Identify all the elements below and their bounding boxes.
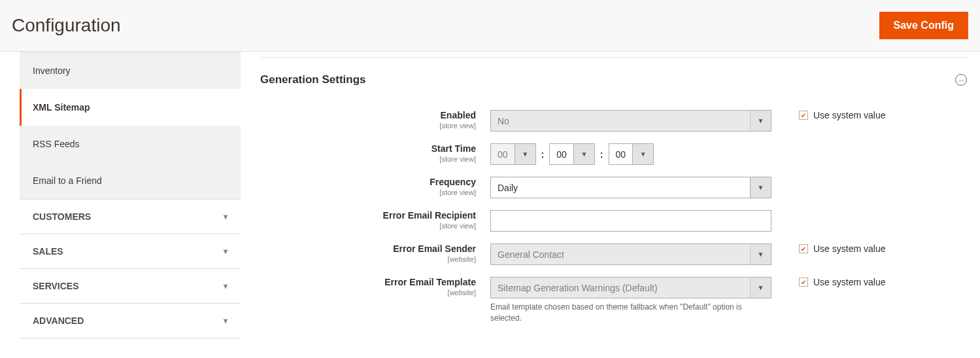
sidebar: Inventory XML Sitemap RSS Feeds Email to… [20,52,241,338]
chevron-down-icon: ▾ [224,281,228,291]
chevron-down-icon: ▾ [224,316,228,325]
section-title: Generation Settings [260,73,366,86]
select-value: 00 [550,149,573,160]
field-control: 00 ▼ : 00 ▼ : 00 ▼ [490,143,771,165]
sidebar-item-label: Email to a Friend [33,175,102,186]
field-scope: [store view] [260,222,476,231]
chevron-down-icon: ▼ [750,177,771,198]
field-control: No ▼ [490,110,771,132]
page-header: Configuration Save Config [0,0,980,52]
collapse-icon[interactable]: ︿ [955,74,967,86]
field-frequency: Frequency [store view] Daily ▼ [260,177,967,198]
field-control: Daily ▼ [490,177,771,198]
frequency-select[interactable]: Daily ▼ [490,177,771,198]
field-label: Frequency [260,177,476,188]
field-error-email-recipient: Error Email Recipient [store view] [260,210,967,232]
select-value: 00 [609,149,633,160]
field-label-wrap: Error Email Template [website] [260,277,490,297]
sidebar-group-sales[interactable]: SALES ▾ [20,234,241,268]
field-error-email-template: Error Email Template [website] Sitemap G… [260,277,967,325]
sidebar-group-customers[interactable]: CUSTOMERS ▾ [20,199,241,234]
sidebar-group-label: SERVICES [33,281,79,291]
time-separator: : [541,149,545,160]
sidebar-group-services[interactable]: SERVICES ▾ [20,268,241,303]
field-control [490,210,771,232]
select-value: Daily [498,183,518,193]
field-label-wrap: Enabled [store view] [260,110,490,130]
sidebar-item-xml-sitemap[interactable]: XML Sitemap [20,89,241,126]
chevron-down-icon: ▼ [632,144,653,164]
use-system-value-sender[interactable]: ✔ Use system value [799,243,885,254]
sidebar-item-label: Inventory [33,65,71,76]
select-value: 00 [491,149,515,160]
field-enabled: Enabled [store view] No ▼ ✔ Use system v… [260,110,967,132]
section-header[interactable]: Generation Settings ︿ [260,57,967,92]
use-system-label: Use system value [813,243,885,254]
sidebar-group-label: CUSTOMERS [33,211,91,222]
use-system-label: Use system value [813,110,885,120]
chevron-down-icon: ▼ [515,144,535,164]
chevron-down-icon: ▼ [750,111,771,131]
field-label: Error Email Sender [260,243,476,255]
chevron-down-icon: ▼ [750,277,771,298]
checkbox-icon[interactable]: ✔ [799,111,808,120]
field-scope: [store view] [260,188,476,198]
help-text: Email template chosen based on theme fal… [490,302,771,325]
field-label-wrap: Error Email Sender [website] [260,243,490,264]
checkbox-icon[interactable]: ✔ [799,244,808,253]
use-system-value-template[interactable]: ✔ Use system value [799,277,885,287]
save-config-button[interactable]: Save Config [879,12,968,39]
sidebar-item-label: XML Sitemap [33,102,90,113]
use-system-value-enabled[interactable]: ✔ Use system value [799,110,885,120]
select-value: No [498,116,509,126]
start-time-hh-select[interactable]: 00 ▼ [490,143,536,165]
field-scope: [website] [260,255,476,264]
field-label: Error Email Recipient [260,210,476,222]
sidebar-item-label: RSS Feeds [33,139,80,149]
sidebar-item-inventory[interactable]: Inventory [20,52,241,89]
chevron-down-icon: ▼ [573,144,594,164]
field-error-email-sender: Error Email Sender [website] General Con… [260,243,967,265]
select-value: General Contact [498,249,564,260]
field-scope: [store view] [260,155,476,164]
sidebar-group-label: ADVANCED [33,315,84,326]
select-value: Sitemap Generation Warnings (Default) [498,283,658,293]
field-label-wrap: Start Time [store view] [260,143,490,164]
checkbox-icon[interactable]: ✔ [799,277,808,287]
chevron-down-icon: ▾ [224,247,228,256]
main-content: Inventory XML Sitemap RSS Feeds Email to… [0,52,980,338]
start-time-ss-select[interactable]: 00 ▼ [609,143,654,165]
time-separator: : [600,149,603,160]
error-email-sender-select: General Contact ▼ [490,243,771,265]
chevron-down-icon: ▼ [750,244,771,264]
sidebar-group-advanced[interactable]: ADVANCED ▾ [20,303,241,338]
field-label-wrap: Frequency [store view] [260,177,490,197]
chevron-down-icon: ▾ [224,212,228,221]
sidebar-item-email-to-a-friend[interactable]: Email to a Friend [20,162,241,199]
start-time-mm-select[interactable]: 00 ▼ [549,143,595,165]
field-control: Sitemap Generation Warnings (Default) ▼ … [490,277,771,325]
sidebar-group-label: SALES [33,246,63,257]
error-email-template-select: Sitemap Generation Warnings (Default) ▼ [490,277,771,298]
field-start-time: Start Time [store view] 00 ▼ : 00 ▼ : [260,143,967,165]
field-label: Start Time [260,143,476,155]
content-area: Generation Settings ︿ Enabled [store vie… [260,52,980,336]
field-control: General Contact ▼ [490,243,771,265]
page-title: Configuration [12,15,121,36]
field-label-wrap: Error Email Recipient [store view] [260,210,490,230]
field-label: Error Email Template [260,277,476,289]
time-group: 00 ▼ : 00 ▼ : 00 ▼ [490,143,771,165]
field-label: Enabled [260,110,476,122]
field-scope: [store view] [260,122,476,131]
enabled-select: No ▼ [490,110,771,132]
error-email-recipient-input[interactable] [490,210,771,232]
field-scope: [website] [260,289,476,298]
sidebar-item-rss-feeds[interactable]: RSS Feeds [20,126,241,162]
use-system-label: Use system value [813,277,885,287]
